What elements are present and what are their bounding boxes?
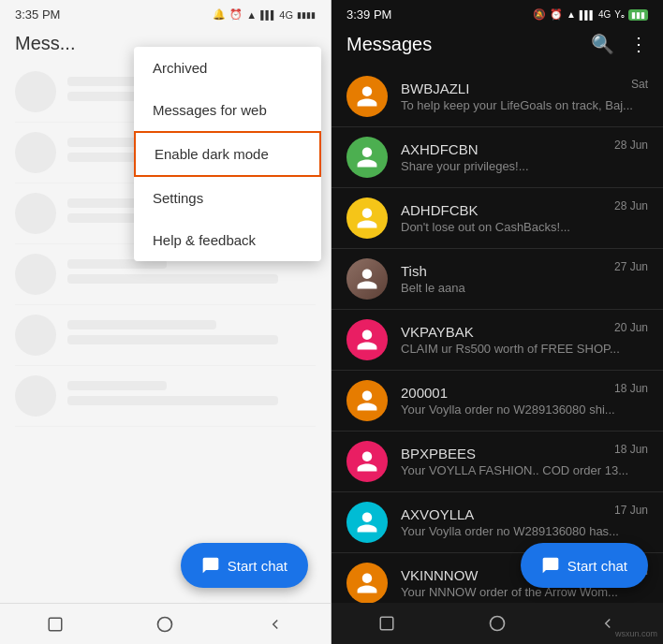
line1: [67, 320, 216, 329]
avatar-ph: [15, 132, 56, 173]
avatar-adhdfcbk: [346, 198, 388, 239]
menu-item-messages-web[interactable]: Messages for web: [134, 89, 321, 131]
avatar-200001: [346, 380, 388, 421]
chat-time: 17 Jun: [614, 504, 648, 517]
line2: [67, 274, 278, 284]
chat-content-axvoylla: AXVOYLLA Your Voylla order no W289136080…: [401, 506, 648, 538]
chat-content-bwbjazli: BWBJAZLI To help keep your LifeGoals on …: [401, 80, 648, 112]
chat-row-200001[interactable]: 200001 Your Voylla order no W289136080 s…: [332, 371, 663, 432]
right-app-title: Messages: [346, 34, 432, 55]
avatar-bpxpbees: [346, 441, 388, 482]
nav-square-btn[interactable]: [44, 613, 66, 636]
chat-content-adhdfcbk: ADHDFCBK Don't lose out on CashBacks!...: [401, 202, 648, 234]
chat-name: AXHDFCBN: [401, 141, 648, 157]
placeholder-row: [15, 305, 316, 366]
chat-time: 28 Jun: [614, 139, 648, 152]
avatar-ph: [15, 71, 56, 112]
chat-name: 200001: [401, 385, 648, 401]
chat-name: ADHDFCBK: [401, 202, 648, 218]
chat-preview: To help keep your LifeGoals on track, Ba…: [401, 98, 648, 112]
more-options-icon[interactable]: ⋮: [629, 33, 648, 55]
phone-right: 3:39 PM 🔕 ⏰ ▲ ▌▌▌ 4G Yₒ ▮▮▮ Messages 🔍 ⋮: [332, 0, 663, 644]
avatar-ph: [15, 375, 56, 417]
left-status-icons: 🔔 ⏰ ▲ ▌▌▌ 4G ▮▮▮▮: [213, 8, 316, 21]
start-chat-button-right[interactable]: Start chat: [521, 543, 648, 588]
right-app-bar: Messages 🔍 ⋮: [332, 25, 663, 63]
line2: [67, 396, 278, 405]
left-status-bar: 3:35 PM 🔔 ⏰ ▲ ▌▌▌ 4G ▮▮▮▮: [0, 0, 331, 25]
chat-preview: Your Voylla order no W289136080 has...: [401, 524, 648, 538]
chat-preview: CLAIM ur Rs500 worth of FREE SHOP...: [401, 342, 648, 356]
right-time: 3:39 PM: [346, 7, 391, 22]
right-status-icons: 🔕 ⏰ ▲ ▌▌▌ 4G Yₒ ▮▮▮: [533, 8, 648, 21]
phone-left: 3:35 PM 🔔 ⏰ ▲ ▌▌▌ 4G ▮▮▮▮ Mess...: [0, 0, 332, 644]
nav-back-btn[interactable]: [264, 613, 287, 636]
avatar-tish: [346, 258, 388, 300]
chat-preview: Belt le aana: [401, 281, 648, 295]
right-status-bar: 3:39 PM 🔕 ⏰ ▲ ▌▌▌ 4G Yₒ ▮▮▮: [332, 0, 663, 25]
chat-time: Sat: [631, 78, 648, 91]
avatar-ph: [15, 315, 56, 356]
menu-item-settings[interactable]: Settings: [134, 177, 321, 219]
chat-row-axhdfcbn[interactable]: AXHDFCBN Share your privileges!... 28 Ju…: [332, 127, 663, 188]
avatar-bwbjazli: [346, 76, 388, 117]
chat-name: VKPAYBAK: [401, 324, 648, 340]
nav-square-btn-dark[interactable]: [376, 612, 398, 635]
chat-content-tish: Tish Belt le aana: [401, 263, 648, 295]
chat-row-bpxpbees[interactable]: BPXPBEES Your VOYLLA FASHION.. COD order…: [332, 432, 663, 492]
text-ph: [67, 320, 316, 350]
chat-name: AXVOYLLA: [401, 506, 648, 522]
avatar-ph: [15, 193, 56, 234]
svg-point-1: [158, 617, 172, 631]
chat-row-bwbjazli[interactable]: BWBJAZLI To help keep your LifeGoals on …: [332, 66, 663, 127]
start-chat-label-left: Start chat: [228, 558, 287, 574]
left-nav-bar: [0, 603, 331, 644]
chat-preview: Your VOYLLA FASHION.. COD order 13...: [401, 463, 648, 477]
svg-rect-2: [380, 617, 393, 630]
chat-name: Tish: [401, 263, 648, 279]
avatar-ph: [15, 254, 56, 295]
line1: [67, 381, 167, 390]
menu-item-help[interactable]: Help & feedback: [134, 219, 321, 261]
chat-content-bpxpbees: BPXPBEES Your VOYLLA FASHION.. COD order…: [401, 446, 648, 477]
chat-row-vkpaybak[interactable]: VKPAYBAK CLAIM ur Rs500 worth of FREE SH…: [332, 310, 663, 371]
chat-name: BPXPBEES: [401, 446, 648, 461]
chat-preview: Share your privileges!...: [401, 159, 648, 173]
chat-time: 18 Jun: [614, 382, 648, 395]
chat-row-adhdfcbk[interactable]: ADHDFCBK Don't lose out on CashBacks!...…: [332, 188, 663, 249]
left-time: 3:35 PM: [15, 7, 60, 22]
svg-rect-0: [49, 618, 62, 631]
chat-icon: [201, 556, 220, 575]
watermark: wsxun.com: [615, 629, 657, 638]
chat-icon-right: [541, 556, 560, 575]
chat-time: 27 Jun: [614, 260, 648, 273]
dropdown-menu: Archived Messages for web Enable dark mo…: [134, 47, 321, 261]
chat-time: 28 Jun: [614, 199, 648, 212]
avatar-vkinnnow: [346, 563, 388, 604]
avatar-axhdfcbn: [346, 137, 388, 178]
nav-home-btn[interactable]: [154, 613, 176, 636]
placeholder-row: [15, 366, 316, 427]
chat-time: 18 Jun: [614, 443, 648, 456]
chat-preview: Your Voylla order no W289136080 shi...: [401, 402, 648, 417]
start-chat-button-left[interactable]: Start chat: [181, 543, 308, 588]
right-app-icons: 🔍 ⋮: [591, 33, 648, 55]
left-app-title: Mess...: [15, 33, 75, 54]
chat-row-tish[interactable]: Tish Belt le aana 27 Jun: [332, 249, 663, 310]
text-ph: [67, 381, 316, 411]
chat-content-200001: 200001 Your Voylla order no W289136080 s…: [401, 385, 648, 417]
avatar-vkpaybak: [346, 319, 388, 360]
chat-preview: Don't lose out on CashBacks!...: [401, 220, 648, 234]
chat-name: BWBJAZLI: [401, 80, 648, 96]
svg-point-3: [491, 617, 505, 631]
start-chat-label-right: Start chat: [567, 558, 627, 574]
chat-time: 20 Jun: [614, 321, 648, 334]
search-icon[interactable]: 🔍: [591, 33, 614, 55]
chat-content-vkpaybak: VKPAYBAK CLAIM ur Rs500 worth of FREE SH…: [401, 324, 648, 356]
right-nav-bar: [332, 603, 663, 644]
chat-content-axhdfcbn: AXHDFCBN Share your privileges!...: [401, 141, 648, 173]
nav-home-btn-dark[interactable]: [486, 612, 508, 635]
menu-item-archived[interactable]: Archived: [134, 47, 321, 89]
text-ph: [67, 259, 316, 289]
menu-item-dark-mode[interactable]: Enable dark mode: [134, 131, 321, 177]
